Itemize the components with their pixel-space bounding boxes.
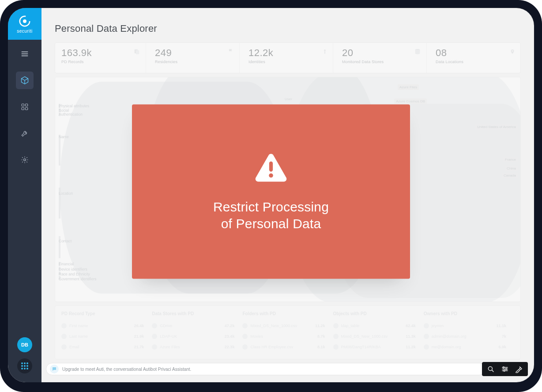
- nav-item-dashboards[interactable]: [16, 98, 34, 116]
- table-cell: Azure Files22.3k: [152, 344, 242, 350]
- filter-sliders-button[interactable]: [499, 363, 511, 375]
- cell-value: 11.2k: [315, 324, 325, 328]
- hamburger-menu-button[interactable]: [16, 45, 34, 63]
- kpi-data-stores[interactable]: 20 Monitored Data Stores: [336, 43, 427, 73]
- cell-value: 47.2k: [225, 324, 235, 328]
- sankey-right-node: China: [505, 166, 518, 171]
- cell-icon: [152, 323, 157, 328]
- svg-point-12: [512, 50, 513, 52]
- dashboard-grid-icon: [21, 103, 29, 111]
- cell-label: ldap_table: [341, 324, 360, 328]
- cell-value: 21.9k: [134, 334, 144, 339]
- cell-value: 11.2k: [406, 345, 416, 349]
- user-avatar[interactable]: DB: [17, 337, 32, 352]
- identity-icon: [322, 48, 327, 57]
- table-header-row: PD Record Type Data Stores with PD Folde…: [61, 311, 514, 316]
- table-cell: ldap_table62.4k: [333, 323, 424, 328]
- svg-rect-8: [136, 50, 139, 54]
- kpi-label: Data Locations: [436, 60, 514, 64]
- sankey-right-node: United States of America: [475, 124, 518, 130]
- assistant-upgrade-text: Upgrade to meet Auti, the conversational…: [62, 367, 191, 372]
- sankey-right-node: Azure Cosmos DB: [394, 98, 427, 104]
- sankey-right-node: France: [503, 157, 518, 162]
- sankey-mid-node: User: [285, 97, 292, 101]
- svg-rect-3: [26, 104, 28, 106]
- cell-icon: [242, 323, 248, 328]
- hamburger-icon: [21, 50, 29, 58]
- kpi-residencies[interactable]: 249 Residencies: [149, 43, 240, 73]
- svg-point-1: [23, 19, 26, 23]
- kpi-value: 20: [342, 47, 420, 59]
- nav-item-tools[interactable]: [16, 124, 34, 142]
- svg-rect-10: [324, 51, 325, 54]
- cell-label: admin@domain.org: [432, 334, 467, 339]
- restrict-processing-modal[interactable]: Restrict Processing of Personal Data: [132, 104, 410, 279]
- modal-line2: of Personal Data: [221, 216, 321, 231]
- brand-mark-icon: [18, 15, 31, 28]
- cell-label: Azure Files: [160, 345, 180, 349]
- table-cell: Movies8.7k: [242, 334, 333, 339]
- table-cell: Email21.7k: [61, 344, 152, 350]
- table-cell: me@domain.org6.9k: [424, 344, 514, 350]
- kpi-data-locations[interactable]: 08 Data Locations: [429, 43, 520, 73]
- kpi-value: 249: [155, 47, 233, 59]
- wrench-icon: [21, 129, 29, 137]
- modal-line1: Restrict Processing: [213, 200, 329, 215]
- build-tool-button[interactable]: [513, 363, 525, 375]
- search-button[interactable]: [485, 363, 497, 375]
- warning-triangle-icon: [254, 152, 288, 185]
- cell-label: GDrive: [160, 324, 172, 328]
- table-cell: jeyrren11.1k: [424, 323, 514, 328]
- cell-icon: [333, 344, 339, 350]
- svg-rect-17: [269, 162, 273, 172]
- app-launcher-button[interactable]: [17, 358, 32, 373]
- kpi-value: 12.2k: [248, 47, 327, 59]
- kpi-pd-records[interactable]: 163.9k PD Records: [55, 43, 146, 73]
- sankey-right-node: Canada: [502, 173, 518, 178]
- cell-label: Mixed_DS_New_1000.csv: [341, 334, 388, 339]
- cell-label: Mixed_DS_New_1000.csv: [250, 324, 297, 328]
- table-cell: PM08/DangT14R/KBA11.2k: [333, 344, 424, 350]
- pd-table[interactable]: PD Record Type Data Stores with PD Folde…: [55, 305, 521, 359]
- table-row[interactable]: Last name21.9kLDAP-UK23.4kMovies8.7kMixe…: [61, 331, 514, 342]
- brand-name: securiti: [17, 29, 33, 34]
- tablet-device-frame: securiti: [0, 0, 542, 392]
- cell-icon: [61, 344, 67, 350]
- kpi-label: Monitored Data Stores: [342, 60, 420, 64]
- table-row[interactable]: Email21.7kAzure Files22.3kClass HR Emplo…: [61, 342, 514, 352]
- cell-icon: [333, 334, 339, 339]
- cell-value: 21.7k: [134, 345, 144, 349]
- svg-rect-5: [26, 108, 28, 110]
- col-header: Owners with PD: [424, 311, 514, 316]
- table-cell: First name26.4k: [61, 323, 152, 328]
- sankey-cat: Financial: [59, 262, 74, 266]
- kpi-identities[interactable]: 12.2k Identities: [242, 43, 333, 73]
- table-row[interactable]: First name26.4kGDrive47.2kMixed_DS_New_1…: [61, 320, 514, 331]
- cell-icon: [333, 323, 339, 328]
- svg-rect-4: [22, 108, 24, 110]
- svg-point-18: [269, 173, 273, 178]
- kpi-strip: 163.9k PD Records 249 Residencies 12.2k …: [55, 42, 521, 73]
- svg-point-15: [506, 369, 507, 370]
- database-icon: [414, 48, 421, 57]
- col-header: Objects with PD: [333, 311, 424, 316]
- brand-logo[interactable]: securiti: [8, 8, 41, 40]
- hammer-icon: [515, 365, 523, 373]
- sankey-right-node: Azure Files: [398, 84, 419, 90]
- nav-item-data-explorer[interactable]: [16, 72, 34, 89]
- cell-value: 8.1k: [317, 345, 325, 349]
- assistant-upgrade-bar[interactable]: Upgrade to meet Auti, the conversational…: [46, 363, 486, 375]
- nav-item-settings[interactable]: [16, 151, 34, 169]
- avatar-initials: DB: [21, 342, 28, 347]
- gear-icon: [21, 156, 29, 164]
- cell-value: 22.3k: [225, 345, 235, 349]
- cell-label: PM08/DangT14R/KBA: [341, 345, 381, 349]
- svg-point-14: [503, 367, 504, 368]
- sliders-icon: [501, 365, 509, 373]
- table-cell: Last name21.9k: [61, 334, 152, 339]
- cell-value: 6.9k: [498, 345, 506, 349]
- svg-point-16: [504, 370, 505, 371]
- cell-value: 11.3k: [406, 334, 416, 339]
- cube-icon: [20, 76, 29, 85]
- cell-label: LDAP-UK: [160, 334, 177, 339]
